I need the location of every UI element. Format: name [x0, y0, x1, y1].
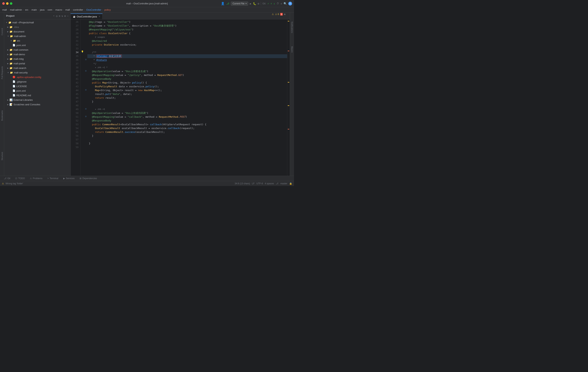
tree-item-mall-demo[interactable]: ▶ 📁 mall-demo	[4, 52, 71, 57]
bc-policy[interactable]: policy	[105, 8, 111, 11]
current-file-dropdown[interactable]: Current File ▾	[231, 1, 248, 6]
bc-com[interactable]: com	[48, 8, 52, 11]
code-line-36: * @return	[87, 58, 287, 62]
bc-controller[interactable]: controller	[73, 8, 83, 11]
gutter-42	[81, 80, 84, 84]
git-history-icon[interactable]: ⏱	[276, 2, 279, 5]
bc-osscontroller[interactable]: OssController	[86, 8, 101, 11]
code-line-35: * @folder 自定义目录	[87, 54, 287, 58]
tree-label-mall-common: mall-common	[13, 48, 28, 51]
ln-52: 52	[71, 119, 78, 123]
code-content[interactable]: @Api(tags = "OssController") @Tag(name =…	[87, 19, 287, 176]
title-toolbar: 👤 ⎇ Current File ▾ ▶ 🐛 ⚙ Git: ✓ ↑ ↓ ⏱ ↺ …	[221, 1, 292, 6]
tree-item-apifox[interactable]: 🔴 .apifox-uploader.config	[4, 75, 71, 79]
mg-40	[84, 65, 87, 69]
tree-item-pom-admin[interactable]: 📄 pom.xml	[4, 43, 71, 47]
minimize-button[interactable]	[6, 2, 9, 5]
right-scroll-gutter	[287, 19, 290, 176]
coverage-button[interactable]: ⚙	[258, 2, 259, 5]
tab-todo[interactable]: ☑ TODO	[13, 176, 27, 181]
tree-item-mall-portal[interactable]: ▶ 📁 mall-portal	[4, 61, 71, 66]
close-button[interactable]	[2, 2, 5, 5]
mg-41: ○	[84, 69, 87, 72]
tab-close-btn[interactable]: ×	[99, 15, 100, 18]
tree-item-scratches[interactable]: ▶ 📝 Scratches and Consoles	[4, 102, 71, 107]
tree-label-mall-mbg: mall-mbg	[13, 58, 23, 60]
bc-mall2[interactable]: mall	[65, 8, 70, 11]
panel-dropdown-icon[interactable]: ▾	[53, 15, 54, 17]
tree-item-mall-mbg[interactable]: ▶ 📁 mall-mbg	[4, 57, 71, 61]
tree-item-license[interactable]: 📄 LICENSE	[4, 84, 71, 88]
pull-requests-label[interactable]: Pull Requests	[1, 66, 3, 79]
mg-44	[84, 80, 87, 84]
tree-item-idea[interactable]: ▶ 📁 .idea	[4, 25, 71, 29]
panel-header: Project ▾ ◎ ≡ ⇅ ⚙ −	[4, 12, 71, 19]
tree-item-src[interactable]: ▼ 📁 src	[4, 38, 71, 43]
tab-label: OssController.java	[77, 15, 97, 18]
git-tab-icon: ⎇	[4, 177, 6, 180]
bc-java[interactable]: java	[40, 8, 44, 11]
structure-label[interactable]: Structure	[1, 152, 3, 160]
tab-git[interactable]: ⎇ Git	[1, 176, 12, 181]
commit-label[interactable]: Commit	[1, 28, 3, 35]
ln-58: 58	[71, 142, 78, 145]
tree-item-mall-search[interactable]: ▶ 📁 mall-search	[4, 66, 71, 70]
tab-dependencies[interactable]: ⊞ Dependencies	[77, 176, 99, 181]
maximize-button[interactable]	[10, 2, 12, 5]
dependencies-tab-label: Dependencies	[83, 177, 97, 180]
panel-group-icon[interactable]: ≡	[59, 14, 60, 18]
tree-item-readme[interactable]: 📄 README.md	[4, 93, 71, 98]
bc-main[interactable]: main	[32, 8, 37, 11]
tree-item-gitignore[interactable]: 📄 .gitignore	[4, 79, 71, 84]
tree-item-mall-security[interactable]: ▼ 📁 mall-security	[4, 70, 71, 75]
tab-terminal[interactable]: > Terminal	[45, 176, 60, 181]
expand-icon[interactable]: ∧	[284, 13, 286, 16]
code-line-30: 2 usages	[87, 35, 287, 39]
bc-src[interactable]: src	[25, 8, 28, 11]
warning-status-icon: ⚠	[2, 182, 4, 185]
terminal-tab-label: Terminal	[50, 177, 58, 180]
mg-37	[84, 53, 87, 57]
tree-item-mall-root[interactable]: ▼ 📁 mall ~/Projects/mall	[4, 20, 71, 25]
tab-osscontroller[interactable]: ☕ OssController.java ×	[71, 13, 103, 19]
tree-item-document[interactable]: ▶ 📁 document	[4, 29, 71, 34]
tab-problems[interactable]: ⚠ Problems	[28, 176, 45, 181]
tree-item-pom-root[interactable]: 📄 pom.xml	[4, 88, 71, 93]
bulb-icon-34[interactable]: 💡	[81, 51, 84, 53]
git-rollback-icon[interactable]: ↺	[281, 2, 282, 5]
vcs-icon[interactable]: ⎇	[226, 2, 229, 5]
tree-item-ext-libs[interactable]: ▶ 📊 External Libraries	[4, 98, 71, 102]
panel-sort-icon[interactable]: ⇅	[62, 14, 63, 18]
debug-button[interactable]: 🐛	[253, 2, 256, 5]
tree-item-mall-common[interactable]: ▶ 📁 mall-common	[4, 47, 71, 52]
search-icon[interactable]: 🔍	[284, 2, 287, 5]
git-push-icon[interactable]: ↑	[271, 2, 272, 5]
lock-icon: 🔒	[289, 182, 292, 185]
arrow-icon-mall-admin: ▼	[7, 35, 9, 37]
bc-mall-admin[interactable]: mall-admin	[10, 8, 22, 11]
bookmarks-label[interactable]: Bookmarks	[1, 110, 3, 121]
status-left: ⚠ Wrong tag 'folder'	[2, 182, 232, 185]
panel-settings-icon[interactable]: ⚙	[64, 14, 66, 18]
ln-31: 31	[71, 39, 78, 43]
bc-mall[interactable]: mall	[2, 8, 7, 11]
run-button[interactable]: ▶	[250, 2, 251, 5]
gutter-34[interactable]: 💡	[81, 50, 84, 53]
mg-58	[84, 133, 87, 137]
tree-label-gitignore: .gitignore	[16, 80, 26, 83]
tree-item-mall-admin[interactable]: ▼ 📁 mall-admin	[4, 34, 71, 38]
window-controls	[2, 2, 12, 5]
mg-60	[84, 141, 87, 145]
notifications-label[interactable]: Notifications	[291, 22, 293, 33]
profile-icon[interactable]: 👤	[221, 2, 225, 5]
tab-services[interactable]: ▶ Services	[61, 176, 77, 181]
maven-label[interactable]: Maven	[291, 46, 293, 52]
panel-collapse-icon[interactable]: −	[67, 14, 69, 18]
arrow-icon: ▼	[6, 21, 8, 23]
tab-bar: ☕ OssController.java ×	[71, 12, 290, 19]
config-error-icon: 🔴	[12, 76, 15, 78]
bc-macro[interactable]: macro	[55, 8, 62, 11]
panel-scope-icon[interactable]: ◎	[56, 14, 58, 18]
git-pull-icon[interactable]: ↓	[273, 2, 275, 5]
ln-27: 27	[71, 24, 78, 28]
